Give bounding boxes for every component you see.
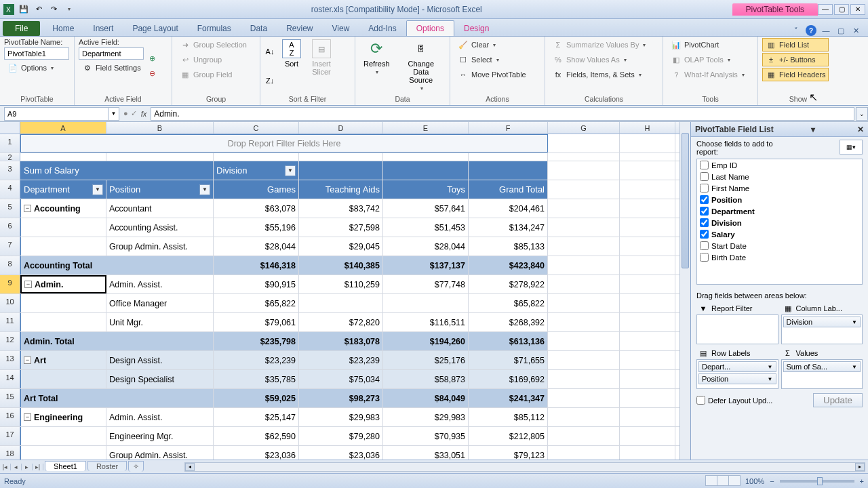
value-cell[interactable]: $72,820	[299, 313, 383, 331]
close-button[interactable]: ✕	[850, 4, 865, 15]
subtotal-value[interactable]: $59,025	[214, 389, 299, 407]
fields-items-sets-button[interactable]: fxFields, Items, & Sets	[549, 68, 649, 81]
field-checkbox[interactable]	[700, 161, 709, 169]
row-header[interactable]: 4	[0, 180, 20, 199]
value-cell[interactable]: $23,239	[214, 351, 299, 369]
field-checkbox[interactable]	[700, 218, 709, 227]
value-cell[interactable]: $110,259	[299, 275, 383, 293]
sheet-tab-new[interactable]: ✧	[128, 461, 144, 472]
field-settings-button[interactable]: ⚙Field Settings	[79, 61, 144, 75]
chip-position[interactable]: Position▼	[698, 373, 776, 384]
value-cell[interactable]: $75,034	[299, 370, 383, 388]
position-cell[interactable]: Engineering Mgr.	[106, 427, 214, 445]
dept-cell[interactable]	[20, 237, 106, 256]
value-cell[interactable]: $25,147	[214, 408, 299, 426]
olap-tools-button[interactable]: ◧OLAP Tools	[667, 53, 748, 66]
value-cell[interactable]: $57,641	[383, 199, 469, 218]
name-box[interactable]: A9▼	[4, 107, 119, 121]
dept-cell[interactable]	[20, 427, 106, 445]
sort-button[interactable]: AZSort	[278, 38, 305, 94]
ungroup-button[interactable]: ↩Ungroup	[176, 53, 250, 66]
field-checkbox[interactable]	[700, 195, 709, 204]
minimize-button[interactable]: —	[818, 4, 833, 15]
pivottable-options-button[interactable]: 📄Options	[4, 61, 69, 75]
field-list[interactable]: Emp IDLast NameFirst NamePositionDepartm…	[696, 159, 863, 285]
field-list-toggle[interactable]: ▥Field List	[762, 38, 829, 52]
col-header-b[interactable]: B	[106, 122, 214, 134]
subtotal-value[interactable]: $183,078	[299, 332, 383, 350]
dept-cell[interactable]: −Accounting	[20, 199, 106, 218]
field-item[interactable]: Division	[697, 217, 862, 228]
row-header[interactable]: 13	[0, 351, 20, 369]
subtotal-value[interactable]: $241,347	[469, 389, 548, 407]
value-cell[interactable]: $25,176	[383, 351, 469, 369]
select-all-button[interactable]	[0, 122, 20, 134]
collapse-icon[interactable]: −	[24, 357, 31, 364]
move-pivottable-button[interactable]: ↔Move PivotTable	[454, 68, 530, 81]
expand-field-icon[interactable]: ⊕	[147, 54, 158, 64]
row-header[interactable]: 1	[0, 134, 20, 152]
value-cell[interactable]: $278,922	[469, 275, 548, 293]
chip-department[interactable]: Depart...▼	[698, 361, 776, 372]
tab-formulas[interactable]: Formulas	[188, 21, 241, 36]
subtotal-value[interactable]: $98,273	[299, 389, 383, 407]
view-buttons[interactable]	[705, 475, 740, 487]
position-cell[interactable]: Design Assist.	[106, 351, 214, 369]
namebox-dropdown-icon[interactable]: ▼	[108, 108, 119, 120]
column-labels-dropzone[interactable]: Division▼	[781, 314, 863, 344]
collapse-icon[interactable]: −	[24, 281, 32, 288]
department-field-header[interactable]: Department▼	[20, 180, 106, 199]
field-item[interactable]: Department	[697, 205, 862, 217]
value-cell[interactable]: $63,078	[214, 199, 299, 218]
field-headers-toggle[interactable]: ▦Field Headers	[762, 68, 829, 81]
subtotal-value[interactable]: $146,318	[214, 256, 299, 274]
horizontal-scrollbar[interactable]: ◂▸	[184, 462, 865, 472]
insert-slicer-button[interactable]: ▤Insert Slicer	[308, 38, 335, 94]
fx-icon[interactable]: fx	[141, 110, 147, 118]
value-cell[interactable]: $77,748	[383, 275, 469, 293]
collapse-field-icon[interactable]: ⊖	[147, 68, 158, 79]
value-cell[interactable]: $169,692	[469, 370, 548, 388]
subtotal-label[interactable]: Art Total	[20, 389, 214, 407]
whatif-button[interactable]: ？What-If Analysis	[667, 68, 748, 81]
col-header-d[interactable]: D	[299, 122, 383, 134]
position-cell[interactable]: Accounting Assist.	[106, 218, 214, 237]
row-header[interactable]: 8	[0, 256, 20, 274]
value-cell[interactable]: $212,805	[469, 427, 548, 445]
defer-layout-checkbox[interactable]	[696, 396, 705, 405]
column-field-header[interactable]: Division▼	[214, 161, 299, 180]
dept-cell[interactable]: −Engineering	[20, 408, 106, 426]
sort-asc-icon[interactable]: A↓	[264, 46, 275, 57]
pivottable-name-input[interactable]	[4, 47, 69, 60]
col-games[interactable]: Games	[214, 180, 299, 199]
refresh-button[interactable]: ⟳Refresh	[359, 38, 394, 94]
value-cell[interactable]	[299, 294, 383, 312]
position-cell[interactable]: Unit Mgr.	[106, 313, 214, 331]
dept-cell[interactable]	[20, 218, 106, 237]
chip-sum-salary[interactable]: Sum of Sa...▼	[783, 361, 861, 372]
collapse-icon[interactable]: −	[24, 413, 31, 421]
tab-view[interactable]: View	[323, 21, 359, 36]
field-checkbox[interactable]	[700, 184, 709, 192]
tab-addins[interactable]: Add-Ins	[359, 21, 406, 36]
col-teaching-aids[interactable]: Teaching Aids	[299, 180, 383, 199]
value-cell[interactable]: $204,461	[469, 199, 548, 218]
subtotal-value[interactable]: $84,049	[383, 389, 469, 407]
update-button[interactable]: Update	[813, 393, 863, 407]
field-item[interactable]: First Name	[697, 182, 862, 194]
position-cell[interactable]: Admin. Assist.	[106, 275, 214, 293]
zoom-out-button[interactable]: −	[770, 477, 774, 485]
sheet-tab-roster[interactable]: Roster	[87, 461, 127, 471]
tab-home[interactable]: Home	[43, 21, 83, 36]
vertical-scrollbar[interactable]	[679, 122, 690, 460]
field-item[interactable]: Emp ID	[697, 159, 862, 171]
value-cell[interactable]: $51,453	[383, 218, 469, 237]
value-cell[interactable]	[383, 294, 469, 312]
subtotal-value[interactable]: $140,385	[299, 256, 383, 274]
sort-desc-icon[interactable]: Z↓	[264, 75, 275, 86]
position-field-header[interactable]: Position▼	[106, 180, 214, 199]
value-cell[interactable]: $23,239	[299, 351, 383, 369]
subtotal-value[interactable]: $613,136	[469, 332, 548, 350]
group-field-button[interactable]: ▦Group Field	[176, 68, 250, 81]
row-header[interactable]: 15	[0, 389, 20, 407]
